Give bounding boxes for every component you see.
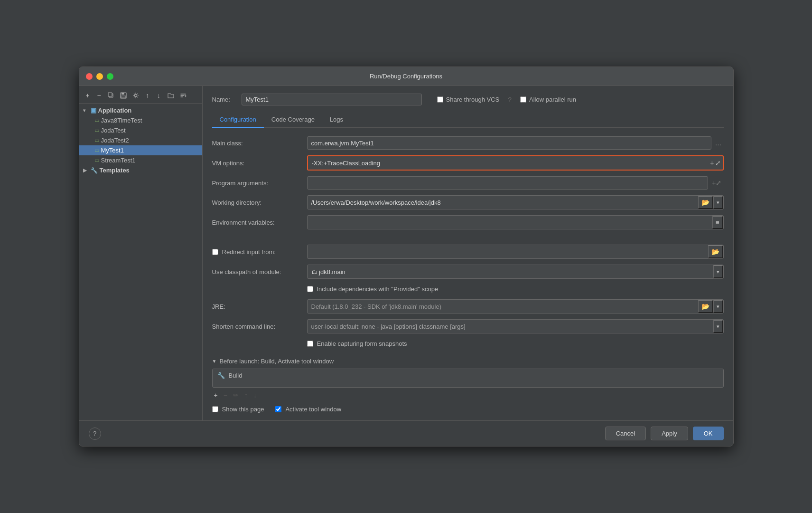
activate-tool-checkbox-row[interactable]: Activate tool window: [275, 406, 341, 413]
name-input[interactable]: [242, 94, 422, 105]
allow-parallel-checkbox[interactable]: [520, 96, 526, 103]
templates-arrow: ▶: [83, 168, 89, 173]
config-icon: ▭: [94, 117, 99, 124]
share-vcs-checkbox-row[interactable]: Share through VCS: [437, 96, 500, 103]
tab-configuration[interactable]: Configuration: [212, 112, 264, 128]
copy-config-button[interactable]: [106, 91, 116, 100]
env-vars-edit-button[interactable]: ≡: [712, 216, 723, 229]
svg-rect-4: [121, 96, 126, 98]
tab-code-coverage[interactable]: Code Coverage: [264, 112, 322, 128]
env-vars-input[interactable]: [308, 216, 712, 229]
move-up-button[interactable]: ↑: [143, 91, 152, 100]
before-launch-down-button[interactable]: ↓: [252, 390, 259, 400]
jre-dropdown-button[interactable]: ▾: [713, 300, 723, 313]
build-icon: 🔧: [217, 372, 225, 379]
move-down-button[interactable]: ↓: [154, 91, 164, 100]
tree-item-jodatest[interactable]: ▭ JodaTest: [79, 125, 202, 135]
config-icon: ▭: [94, 147, 99, 153]
remove-config-button[interactable]: −: [94, 91, 104, 100]
shorten-cmd-field-wrap: ▾: [307, 319, 724, 333]
tabs: Configuration Code Coverage Logs: [212, 112, 724, 128]
templates-label: Templates: [100, 167, 130, 174]
share-vcs-label: Share through VCS: [446, 96, 500, 103]
share-vcs-checkbox[interactable]: [437, 96, 443, 103]
before-launch-up-button[interactable]: ↑: [243, 390, 250, 400]
classpath-module-dropdown-button[interactable]: ▾: [713, 265, 723, 278]
working-dir-input[interactable]: [308, 196, 698, 209]
build-label: Build: [229, 372, 243, 379]
cancel-button[interactable]: Cancel: [605, 427, 646, 440]
plus-icon: +: [710, 159, 714, 167]
tree-item-java8timetest[interactable]: ▭ Java8TimeTest: [79, 115, 202, 125]
before-launch-remove-button[interactable]: −: [222, 390, 229, 400]
jre-field-wrap: 📂 ▾: [307, 299, 724, 314]
footer: ? Cancel Apply OK: [79, 420, 733, 446]
redirect-input-label: Redirect input from:: [212, 248, 307, 256]
tab-logs[interactable]: Logs: [322, 112, 351, 128]
activate-tool-checkbox[interactable]: [275, 406, 281, 412]
close-button[interactable]: [86, 73, 93, 80]
show-page-checkbox[interactable]: [212, 406, 218, 412]
before-launch-edit-button[interactable]: ✏: [231, 390, 241, 400]
main-class-input[interactable]: [307, 136, 711, 150]
redirect-checkbox-row[interactable]: Redirect input from:: [212, 248, 302, 256]
templates-icon: 🔧: [91, 167, 98, 174]
share-vcs-help-icon[interactable]: ?: [508, 96, 512, 104]
include-deps-checkbox-row[interactable]: Include dependencies with "Provided" sco…: [307, 285, 724, 294]
env-vars-label: Environment variables:: [212, 219, 307, 226]
tree-item-mytest1[interactable]: ▭ MyTest1: [79, 145, 202, 155]
program-args-label: Program arguments:: [212, 180, 307, 187]
maximize-button[interactable]: [107, 73, 113, 80]
save-config-button[interactable]: [118, 91, 129, 100]
jre-folder-button[interactable]: 📂: [698, 300, 713, 313]
minimize-button[interactable]: [96, 73, 103, 80]
before-launch-add-button[interactable]: +: [212, 390, 220, 400]
before-launch-label: Before launch: Build, Activate tool wind…: [219, 358, 334, 365]
tree-item-jodatest2[interactable]: ▭ JodaTest2: [79, 135, 202, 145]
sort-button[interactable]: [178, 91, 188, 100]
before-launch-item[interactable]: 🔧 Build: [213, 369, 723, 382]
program-args-expand-button[interactable]: +⤢: [710, 178, 723, 188]
open-folder-button[interactable]: [166, 91, 176, 100]
before-launch-arrow[interactable]: ▼: [212, 359, 217, 364]
help-button[interactable]: ?: [89, 428, 101, 440]
apply-button[interactable]: Apply: [651, 427, 688, 440]
include-deps-checkbox[interactable]: [307, 286, 313, 292]
vm-options-label: VM options:: [212, 160, 307, 167]
show-page-label: Show this page: [222, 406, 264, 413]
working-dir-label: Working directory:: [212, 199, 307, 206]
item-label: Java8TimeTest: [101, 117, 142, 124]
vm-options-input[interactable]: [308, 156, 709, 170]
main-class-browse-button[interactable]: …: [713, 138, 724, 148]
allow-parallel-checkbox-row[interactable]: Allow parallel run: [520, 96, 576, 103]
enable-snapshots-checkbox-row[interactable]: Enable capturing form snapshots: [307, 339, 724, 348]
working-dir-folder-button[interactable]: 📂: [698, 196, 713, 209]
footer-left: ?: [89, 428, 101, 440]
item-label: JodaTest2: [101, 137, 129, 144]
dialog-title: Run/Debug Configurations: [370, 73, 442, 80]
jre-input[interactable]: [308, 300, 698, 313]
category-arrow: ▾: [83, 108, 89, 113]
tree-category-templates[interactable]: ▶ 🔧 Templates: [79, 165, 202, 175]
classpath-module-input[interactable]: [308, 265, 713, 278]
redirect-folder-button[interactable]: 📂: [708, 245, 723, 258]
working-dir-dropdown-button[interactable]: ▾: [713, 196, 723, 209]
env-vars-field-wrap: ≡: [307, 215, 724, 229]
settings-config-button[interactable]: [131, 91, 141, 100]
ok-button[interactable]: OK: [693, 427, 724, 440]
enable-snapshots-checkbox[interactable]: [307, 341, 313, 347]
config-icon: ▭: [94, 157, 99, 163]
program-args-input[interactable]: [307, 176, 709, 190]
tree-category-application[interactable]: ▾ ▣ Application: [79, 105, 202, 115]
shorten-cmd-dropdown-button[interactable]: ▾: [713, 320, 723, 333]
window-controls: [86, 73, 113, 80]
vm-options-expand-button[interactable]: + ⤢: [708, 156, 722, 170]
redirect-checkbox[interactable]: [212, 249, 218, 255]
redirect-input[interactable]: [308, 245, 708, 258]
tree-item-streamtest1[interactable]: ▭ StreamTest1: [79, 155, 202, 165]
vm-options-field-wrap: + ⤢: [307, 155, 724, 171]
add-config-button[interactable]: +: [83, 91, 93, 100]
footer-right: Cancel Apply OK: [605, 427, 724, 440]
shorten-cmd-input[interactable]: [308, 320, 713, 333]
show-page-checkbox-row[interactable]: Show this page: [212, 406, 264, 413]
